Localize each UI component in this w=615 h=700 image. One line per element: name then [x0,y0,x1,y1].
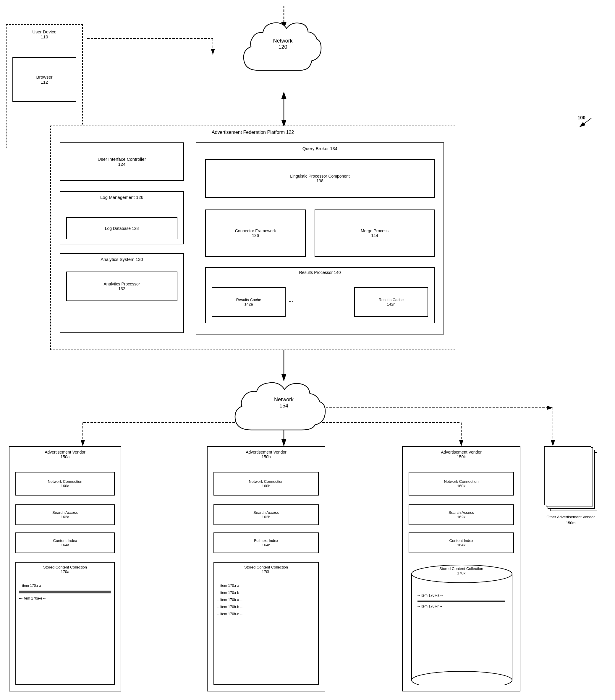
log-database-box: Log Database 128 [66,217,177,239]
connector-framework-number: 136 [252,233,259,238]
query-broker-label: Query Broker 134 [196,143,443,154]
content-index-164b-box: Full-text Index 164b [213,533,319,553]
results-processor-box: Results Processor 140 Results Cache 142a… [205,267,435,323]
stored-collection-170b-number: 170b [217,570,316,574]
merge-process-label: Merge Process [361,228,389,233]
net-conn-160k-label: Network Connection [444,479,478,484]
vendor-150k-label: Advertisement Vendor [406,450,517,454]
net-conn-160b-label: Network Connection [249,479,283,484]
network-120-number: 120 [235,44,331,50]
search-access-162b-number: 162b [254,515,279,519]
item-170b-1: -- item 170a-a -- [217,582,315,589]
ui-controller-label: User Interface Controller [98,157,146,162]
analytics-processor-box: Analytics Processor 132 [66,272,177,301]
analytics-system-label: Analytics System 130 [60,254,183,265]
vendor-150a-box: Advertisement Vendor 150a Network Connec… [9,446,121,691]
results-cache-n-number: 142n [387,302,396,307]
stored-collection-170k-number: 170k [409,571,514,575]
item-170a-a: -- item 170a-a ---- [19,582,111,589]
vendor-150b-label: Advertisement Vendor [210,450,322,454]
results-cache-n-label: Results Cache [379,298,404,302]
log-management-box: Log Management 126 Log Database 128 [60,191,184,245]
search-access-162b-box: Search Access 162b [213,504,319,525]
afp-label: Advertisement Federation Platform 122 [51,126,455,139]
vendor-150b-number: 150b [210,454,322,459]
vendor-150b-box: Advertisement Vendor 150b Network Connec… [207,446,325,691]
vendor-150a-label: Advertisement Vendor [12,450,118,454]
diagram-container: ... 100 Network 120 User Device 110 Brow… [0,0,615,700]
net-conn-160b-number: 160b [262,484,271,488]
stored-collection-170a-number: 170a [19,570,112,574]
content-index-164k-number: 164k [450,543,473,547]
browser-box: Browser 112 [12,57,76,102]
vendor-150k-box: Advertisement Vendor 150k Network Connec… [402,446,520,691]
content-index-164k-box: Content Index 164k [409,533,514,553]
connector-framework-box: Connector Framework 136 [205,210,306,257]
net-conn-160k-box: Network Connection 160k [409,472,514,496]
item-170k-r: -- item 170k-r -- [418,602,505,610]
browser-label: Browser [36,74,52,79]
network-154-container: Network 154 [225,375,343,440]
item-170b-3: -- item 170b-a -- [217,596,315,603]
stored-collection-170k-label: Stored Content Collection [409,566,514,571]
vendor-150k-number: 150k [406,454,517,459]
stored-collection-170b-label: Stored Content Collection [217,565,316,570]
vendor-150m-container: Other Advertisement Vendor 150m [538,446,603,526]
vendor-150m-label: Other Advertisement Vendor [538,514,603,520]
network-154-label: Network [225,397,343,403]
results-cache-a-label: Results Cache [236,298,261,302]
analytics-processor-label: Analytics Processor [104,282,140,286]
user-device-number: 110 [11,34,78,39]
stored-collection-170k-box: Stored Content Collection 170k -- item 1… [409,562,514,685]
net-conn-160a-label: Network Connection [48,479,82,484]
search-access-162b-label: Search Access [254,510,279,515]
search-access-162a-box: Search Access 162a [15,504,115,525]
log-management-label: Log Management 126 [60,192,183,203]
item-170a-e: --- item 170a-e -- [19,595,111,602]
content-index-164b-label: Full-text Index [254,538,278,543]
search-access-162k-box: Search Access 162k [409,504,514,525]
stored-collection-170a-label: Stored Content Collection [19,565,112,570]
query-broker-box: Query Broker 134 Linguistic Processor Co… [196,142,444,335]
content-index-164a-box: Content Index 164a [15,533,115,553]
linguistic-processor-label: Linguistic Processor Component [290,174,350,178]
item-170k-1: -- item 170k-a -- [418,591,505,599]
vendor-150m-number: 150m [538,520,603,526]
content-index-164k-label: Content Index [450,538,473,543]
item-170b-2: -- item 170a-b -- [217,589,315,596]
ui-controller-number: 124 [118,162,125,167]
search-access-162k-number: 162k [448,515,474,519]
net-conn-160k-number: 160k [457,484,465,488]
ellipsis: ... [288,297,293,303]
net-conn-160a-number: 160a [61,484,70,488]
merge-process-box: Merge Process 144 [315,210,435,257]
stored-collection-170b-box: Stored Content Collection 170b -- item 1… [213,562,319,685]
svg-line-16 [579,118,591,127]
net-conn-160b-box: Network Connection 160b [213,472,319,496]
search-access-162k-label: Search Access [448,510,474,515]
stored-collection-170a-box: Stored Content Collection 170a -- item 1… [15,562,115,685]
vendor-150a-number: 150a [12,454,118,459]
analytics-processor-number: 132 [118,286,125,291]
content-index-164a-number: 164a [53,543,77,547]
network-154-number: 154 [225,403,343,409]
content-index-164b-number: 164b [254,543,278,547]
net-conn-160a-box: Network Connection 160a [15,472,115,496]
merge-process-number: 144 [371,233,378,238]
afp-box: Advertisement Federation Platform 122 Us… [50,126,455,350]
network-120-container: Network 120 [235,11,331,100]
search-access-162a-number: 162a [52,515,78,519]
user-device-label: User Device [11,29,78,34]
linguistic-processor-number: 138 [316,178,323,183]
item-170b-4: -- item 170b-b -- [217,603,315,611]
results-cache-a-box: Results Cache 142a [212,287,286,317]
network-120-label: Network [235,38,331,44]
search-access-162a-label: Search Access [52,510,78,515]
ui-controller-box: User Interface Controller 124 [60,142,184,181]
content-index-164a-label: Content Index [53,538,77,543]
log-database-label: Log Database 128 [105,226,139,231]
linguistic-processor-box: Linguistic Processor Component 138 [205,159,435,198]
browser-number: 112 [40,79,48,85]
results-cache-n-box: Results Cache 142n [354,287,428,317]
analytics-system-box: Analytics System 130 Analytics Processor… [60,253,184,333]
